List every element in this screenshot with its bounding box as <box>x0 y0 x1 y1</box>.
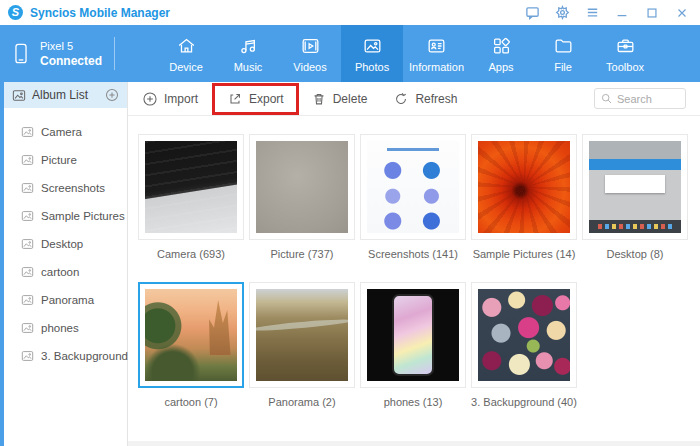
maximize-icon[interactable] <box>644 5 660 21</box>
close-icon[interactable] <box>674 5 690 21</box>
main-area: Album List Camera Picture Screenshots <box>0 82 700 446</box>
refresh-button[interactable]: Refresh <box>393 91 457 107</box>
album-card-picture[interactable] <box>249 134 355 240</box>
sidebar-item-panorama[interactable]: Panorama <box>4 286 127 314</box>
image-icon <box>21 238 34 250</box>
album-sidebar: Album List Camera Picture Screenshots <box>4 82 128 446</box>
menu-icon[interactable] <box>584 5 600 21</box>
folder-icon <box>552 35 575 57</box>
toolbox-icon <box>614 35 637 57</box>
album-thumbnail <box>478 289 570 381</box>
add-album-icon[interactable] <box>105 88 119 102</box>
navbar: Pixel 5 Connected Device Music Videos Ph… <box>0 25 700 82</box>
album-cell: Desktop (8) <box>582 134 688 260</box>
trash-icon <box>311 91 327 107</box>
delete-button[interactable]: Delete <box>311 91 368 107</box>
titlebar-controls <box>524 5 690 21</box>
sidebar-item-camera[interactable]: Camera <box>4 118 127 146</box>
device-name: Pixel 5 <box>40 40 102 52</box>
album-card-cartoon[interactable] <box>138 282 244 388</box>
album-grid: Camera (693) Picture (737) Screenshots (… <box>128 116 700 430</box>
album-thumbnail <box>145 289 237 381</box>
album-card-sample-pictures[interactable] <box>471 134 577 240</box>
tab-information[interactable]: Information <box>403 25 470 82</box>
tab-videos[interactable]: Videos <box>279 25 341 82</box>
album-cell: Picture (737) <box>249 134 355 260</box>
tab-apps[interactable]: Apps <box>470 25 532 82</box>
sidebar-item-phones[interactable]: phones <box>4 314 127 342</box>
tab-toolbox[interactable]: Toolbox <box>594 25 656 82</box>
album-list-header[interactable]: Album List <box>4 82 127 108</box>
album-cell: phones (13) <box>360 282 466 408</box>
export-button[interactable]: Export <box>227 91 284 107</box>
image-icon <box>21 266 34 278</box>
album-thumbnail <box>367 141 459 233</box>
album-list-label: Album List <box>32 88 99 102</box>
album-label: Sample Pictures (14) <box>473 248 576 260</box>
album-label: phones (13) <box>384 396 443 408</box>
sidebar-item-picture[interactable]: Picture <box>4 146 127 174</box>
album-card-phones[interactable] <box>360 282 466 388</box>
settings-gear-icon[interactable] <box>554 5 570 21</box>
import-button[interactable]: Import <box>142 91 198 107</box>
album-card-panorama[interactable] <box>249 282 355 388</box>
titlebar: S Syncios Mobile Manager <box>0 0 700 25</box>
phone-icon <box>10 41 32 67</box>
apps-grid-icon <box>490 35 513 57</box>
album-thumbnail <box>589 141 681 233</box>
app-logo-icon: S <box>8 5 23 20</box>
album-label: cartoon (7) <box>164 396 217 408</box>
tab-music[interactable]: Music <box>217 25 279 82</box>
album-card-camera[interactable] <box>138 134 244 240</box>
device-info: Pixel 5 Connected <box>0 25 114 82</box>
album-cell: Camera (693) <box>138 134 244 260</box>
album-label: Screenshots (141) <box>368 248 458 260</box>
sidebar-item-cartoon[interactable]: cartoon <box>4 258 127 286</box>
tab-file[interactable]: File <box>532 25 594 82</box>
album-thumbnail <box>478 141 570 233</box>
video-icon <box>299 35 322 57</box>
feedback-icon[interactable] <box>524 5 540 21</box>
album-thumbnail <box>145 141 237 233</box>
app-title: Syncios Mobile Manager <box>30 6 170 20</box>
photo-icon <box>361 35 384 57</box>
album-cell: Panorama (2) <box>249 282 355 408</box>
sidebar-item-sample-pictures[interactable]: Sample Pictures <box>4 202 127 230</box>
album-icon <box>12 89 26 102</box>
album-label: Panorama (2) <box>268 396 335 408</box>
image-icon <box>21 210 34 222</box>
image-icon <box>21 294 34 306</box>
album-label: Desktop (8) <box>607 248 664 260</box>
nav-divider <box>114 37 115 70</box>
sidebar-item-screenshots[interactable]: Screenshots <box>4 174 127 202</box>
export-highlight-box: Export <box>212 83 299 115</box>
album-cell: 3. Backupground (40) <box>471 282 577 408</box>
album-cell: Sample Pictures (14) <box>471 134 577 260</box>
scrollbar-track[interactable] <box>128 441 700 446</box>
id-card-icon <box>425 35 448 57</box>
export-icon <box>227 91 243 107</box>
album-label: 3. Backupground (40) <box>471 396 577 408</box>
sidebar-item-desktop[interactable]: Desktop <box>4 230 127 258</box>
search-icon <box>600 92 613 105</box>
photos-toolbar: Import Export Delete Refresh <box>128 82 700 116</box>
tab-device[interactable]: Device <box>155 25 217 82</box>
music-note-icon <box>237 35 260 57</box>
titlebar-left: S Syncios Mobile Manager <box>8 5 170 20</box>
home-icon <box>175 35 198 57</box>
refresh-icon <box>393 91 409 107</box>
sidebar-item-backupground[interactable]: 3. Backupground <box>4 342 127 370</box>
album-card-screenshots[interactable] <box>360 134 466 240</box>
album-card-desktop[interactable] <box>582 134 688 240</box>
tab-photos[interactable]: Photos <box>341 25 403 82</box>
image-icon <box>21 322 34 334</box>
album-thumbnail <box>256 141 348 233</box>
album-list: Camera Picture Screenshots Sample Pictur… <box>4 108 127 370</box>
import-plus-icon <box>142 91 158 107</box>
album-card-backupground[interactable] <box>471 282 577 388</box>
album-cell: Screenshots (141) <box>360 134 466 260</box>
app-window: S Syncios Mobile Manager <box>0 0 700 446</box>
search-box <box>594 88 686 109</box>
minimize-icon[interactable] <box>614 5 630 21</box>
album-thumbnail <box>367 289 459 381</box>
